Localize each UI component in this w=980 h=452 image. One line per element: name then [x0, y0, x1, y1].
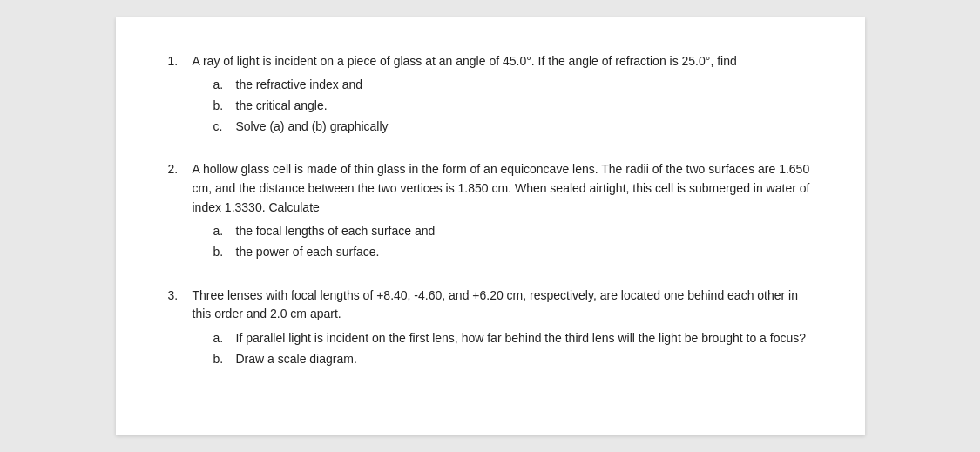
sub-label-1-3: c. [213, 118, 236, 137]
question-text-2: A hollow glass cell is made of thin glas… [193, 160, 813, 217]
sub-label-3-1: a. [213, 329, 236, 348]
question-block-2: 2.A hollow glass cell is made of thin gl… [168, 160, 813, 261]
question-number-3: 3. [168, 287, 193, 305]
sub-item-3-1: a.If parallel light is incident on the f… [213, 329, 813, 348]
sub-label-2-2: b. [213, 243, 236, 262]
sub-item-2-2: b.the power of each surface. [213, 243, 813, 262]
question-block-3: 3.Three lenses with focal lengths of +8.… [168, 287, 813, 369]
question-main-3: 3.Three lenses with focal lengths of +8.… [168, 287, 813, 324]
question-block-1: 1.A ray of light is incident on a piece … [168, 52, 813, 137]
sub-text-1-1: the refractive index and [236, 76, 363, 95]
sub-items-2: a.the focal lengths of each surface andb… [213, 222, 813, 261]
sub-label-1-1: a. [213, 76, 236, 95]
sub-label-3-2: b. [213, 350, 236, 369]
question-main-2: 2.A hollow glass cell is made of thin gl… [168, 160, 813, 217]
sub-item-3-2: b.Draw a scale diagram. [213, 350, 813, 369]
sub-item-1-1: a.the refractive index and [213, 76, 813, 95]
sub-text-2-1: the focal lengths of each surface and [236, 222, 436, 241]
sub-item-1-2: b.the critical angle. [213, 97, 813, 116]
sub-items-1: a.the refractive index andb.the critical… [213, 76, 813, 136]
sub-text-2-2: the power of each surface. [236, 243, 380, 262]
question-number-2: 2. [168, 160, 193, 179]
question-text-3: Three lenses with focal lengths of +8.40… [193, 287, 813, 324]
question-number-1: 1. [168, 52, 193, 71]
sub-text-1-2: the critical angle. [236, 97, 328, 116]
sub-label-2-1: a. [213, 222, 236, 241]
sub-text-3-2: Draw a scale diagram. [236, 350, 357, 369]
sub-text-1-3: Solve (a) and (b) graphically [236, 118, 389, 137]
question-text-1: A ray of light is incident on a piece of… [193, 52, 737, 71]
question-main-1: 1.A ray of light is incident on a piece … [168, 52, 813, 71]
sub-label-1-2: b. [213, 97, 236, 116]
page-container: 1.A ray of light is incident on a piece … [116, 17, 865, 435]
sub-text-3-1: If parallel light is incident on the fir… [236, 329, 807, 348]
sub-items-3: a.If parallel light is incident on the f… [213, 329, 813, 368]
sub-item-1-3: c.Solve (a) and (b) graphically [213, 118, 813, 137]
sub-item-2-1: a.the focal lengths of each surface and [213, 222, 813, 241]
